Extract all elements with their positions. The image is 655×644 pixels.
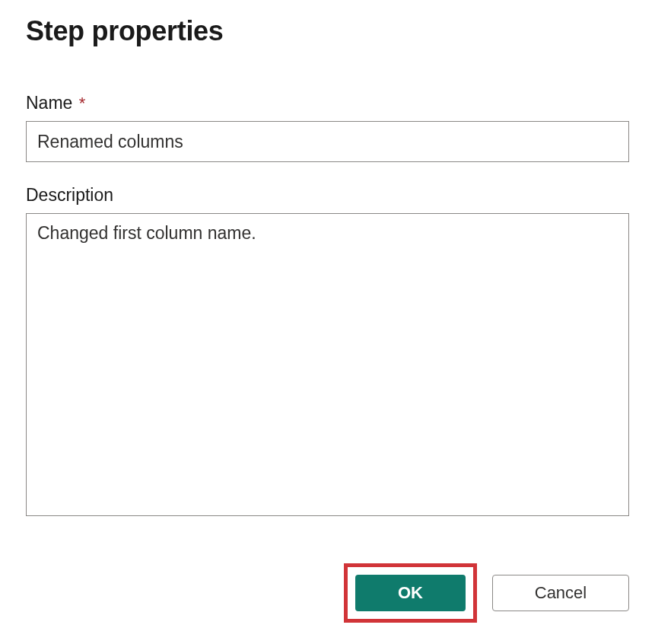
name-input[interactable] bbox=[26, 121, 629, 162]
name-label: Name * bbox=[26, 93, 629, 113]
name-label-text: Name bbox=[26, 93, 72, 113]
required-asterisk-icon: * bbox=[79, 94, 86, 113]
cancel-button[interactable]: Cancel bbox=[492, 575, 629, 611]
dialog-title: Step properties bbox=[26, 15, 629, 47]
description-label: Description bbox=[26, 185, 629, 206]
description-field-group: Description Changed first column name. bbox=[26, 185, 629, 519]
name-field-group: Name * bbox=[26, 93, 629, 162]
ok-button[interactable]: OK bbox=[355, 575, 466, 611]
ok-button-highlight: OK bbox=[344, 563, 477, 623]
description-input[interactable]: Changed first column name. bbox=[26, 213, 629, 516]
button-row: OK Cancel bbox=[26, 563, 629, 623]
